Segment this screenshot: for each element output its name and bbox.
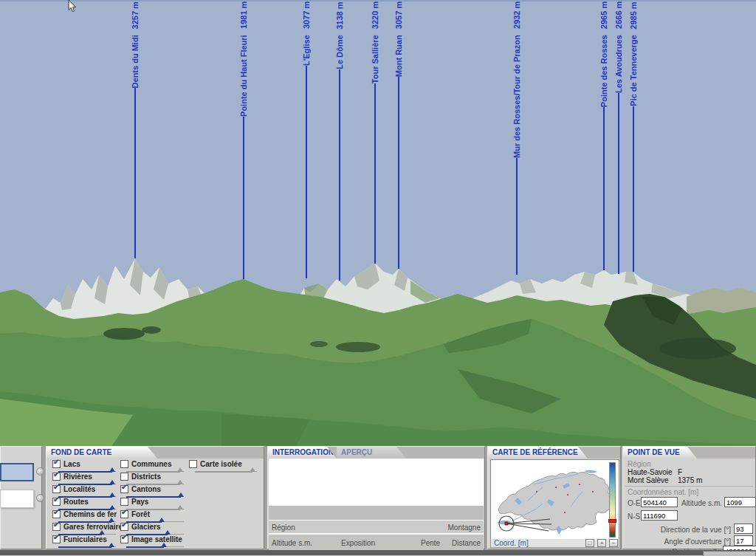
altitude-input[interactable]	[724, 497, 756, 507]
layer-label: Routes	[63, 498, 89, 506]
map-zoom-out-button[interactable]: −	[609, 539, 618, 547]
pente-label: Pente	[421, 539, 440, 547]
layer-item: Funiculaires	[52, 535, 116, 548]
layer-checkbox[interactable]	[52, 498, 61, 506]
layer-checkbox[interactable]	[120, 473, 128, 481]
peak-label: L'Eglise3077 m	[301, 1, 312, 278]
peak-elevation: 3057 m	[394, 1, 403, 29]
oe-input[interactable]	[641, 497, 678, 507]
slider-thumb[interactable]	[109, 480, 115, 484]
slider-thumb[interactable]	[165, 530, 171, 535]
white-color-swatch[interactable]	[0, 490, 34, 508]
layer-label: Chemins de fer	[63, 510, 117, 518]
panorama-3d-view[interactable]: Dents du Midi3257 mPointe du Haut Fleuri…	[0, 0, 756, 447]
slider-thumb[interactable]	[109, 492, 115, 497]
peak-name: Pointe des Rosses	[599, 35, 608, 107]
peak-name: Tour Sallière	[371, 35, 379, 83]
peak-label: Pointe des Rosses2965 m	[599, 1, 609, 270]
layer-checkbox[interactable]	[52, 473, 61, 481]
layer-checkbox[interactable]	[120, 460, 128, 468]
oe-label: O-E	[628, 499, 641, 507]
peak-elevation: 3257 m	[131, 1, 140, 29]
montagne-label: Montagne	[448, 524, 481, 532]
result-band	[269, 506, 484, 520]
layer-checkbox[interactable]	[120, 485, 128, 493]
panel-title: CARTE DE RÉFÉRENCE	[492, 448, 578, 456]
layer-item: Localités	[52, 485, 116, 498]
bottom-panel-bar: FOND DE CARTE LacsRivièresLocalitésRoute…	[0, 446, 756, 556]
layer-checkbox[interactable]	[52, 523, 61, 531]
panel-header: POINT DE VUE	[623, 447, 755, 459]
region-name: Haute-Savoie	[628, 468, 673, 476]
carte-de-reference-title-tab: CARTE DE RÉFÉRENCE	[488, 447, 588, 459]
slider-thumb[interactable]	[177, 467, 183, 472]
region-label: Région	[628, 460, 651, 468]
tab-apercu[interactable]: APERÇU	[337, 447, 406, 459]
ns-input[interactable]	[641, 510, 678, 521]
layer-opacity-slider[interactable]	[126, 543, 184, 548]
reference-map[interactable]	[490, 459, 619, 540]
layer-opacity-slider[interactable]	[195, 468, 257, 473]
peak-leader-line	[603, 107, 605, 270]
peak-label: Pic de Tenneverge2985 m	[628, 1, 639, 272]
panel-header: INTERROGATION APERÇU	[268, 447, 484, 459]
slider-thumb[interactable]	[177, 505, 183, 509]
fond-de-carte-panel: FOND DE CARTE LacsRivièresLocalitésRoute…	[46, 446, 264, 549]
layer-checkbox[interactable]	[120, 535, 128, 543]
elevation-marker	[608, 519, 616, 523]
map-fullscreen-button[interactable]: □	[585, 539, 594, 547]
peak-name: Le Dôme	[335, 35, 344, 69]
slider-thumb[interactable]	[159, 518, 165, 522]
layer-checkbox[interactable]	[52, 510, 61, 518]
layer-column-1: LacsRivièresLocalitésRoutesChemins de fe…	[52, 460, 116, 548]
color-picker-icon[interactable]	[36, 494, 44, 502]
peak-name: Mur des Rosses/Tour de Prazon	[512, 35, 521, 158]
layer-checkbox[interactable]	[52, 535, 61, 543]
angle-input[interactable]	[734, 535, 753, 546]
slider-thumb[interactable]	[99, 530, 105, 535]
slider-thumb[interactable]	[109, 518, 114, 522]
blue-color-swatch[interactable]	[0, 463, 34, 481]
layer-label: Lacs	[63, 460, 80, 468]
layer-checkbox[interactable]	[52, 485, 61, 493]
slider-thumb[interactable]	[250, 467, 255, 472]
slider-thumb[interactable]	[109, 543, 114, 547]
region-country: F	[678, 468, 682, 476]
tab-interrogation[interactable]: INTERROGATION	[268, 447, 337, 459]
layer-item: Glaciers	[120, 523, 184, 535]
slider-thumb[interactable]	[161, 543, 167, 547]
layer-label: Glaciers	[131, 523, 160, 531]
layer-item: Carte isolée	[189, 460, 257, 473]
peak-label-text: Le Dôme3138 m	[334, 1, 345, 69]
exposition-label: Exposition	[341, 539, 375, 547]
layer-checkbox[interactable]	[120, 498, 128, 506]
peak-leader-line	[374, 83, 376, 264]
point-de-vue-panel: POINT DE VUE Région Haute-Savoie F Mont …	[622, 446, 756, 549]
panel-title: POINT DE VUE	[628, 448, 680, 456]
layer-label: Forêt	[131, 510, 150, 518]
layer-label: Funiculaires	[63, 535, 107, 543]
direction-label: Direction de la vue [°]	[638, 526, 731, 534]
layer-opacity-slider[interactable]	[58, 543, 116, 548]
layer-checkbox[interactable]	[189, 460, 197, 468]
slider-thumb[interactable]	[109, 467, 115, 472]
layer-checkbox[interactable]	[120, 523, 128, 531]
fond-de-carte-title-tab: FOND DE CARTE	[47, 447, 157, 459]
interrogation-result-area: Région Montagne Altitude s.m. Exposition…	[269, 459, 484, 548]
color-picker-icon[interactable]	[36, 467, 44, 476]
layer-item: Image satellite	[120, 535, 184, 548]
peak-elevation: 2965 m	[599, 1, 608, 29]
slider-thumb[interactable]	[177, 480, 183, 484]
layer-checkbox[interactable]	[120, 510, 128, 518]
peak-name: Pointe du Haut Fleuri	[239, 35, 248, 117]
map-zoom-in-button[interactable]: +	[597, 539, 606, 547]
peak-label-text: Pic de Tenneverge2985 m	[628, 1, 639, 106]
direction-input[interactable]	[734, 524, 753, 534]
layer-checkbox[interactable]	[52, 460, 61, 468]
slider-thumb[interactable]	[178, 492, 184, 497]
switzerland-map	[491, 461, 609, 539]
layer-item: Chemins de fer	[52, 510, 116, 523]
bottom-scroll-handle[interactable]	[703, 551, 756, 556]
slider-thumb[interactable]	[109, 505, 115, 509]
tab-label: INTERROGATION	[272, 448, 334, 456]
